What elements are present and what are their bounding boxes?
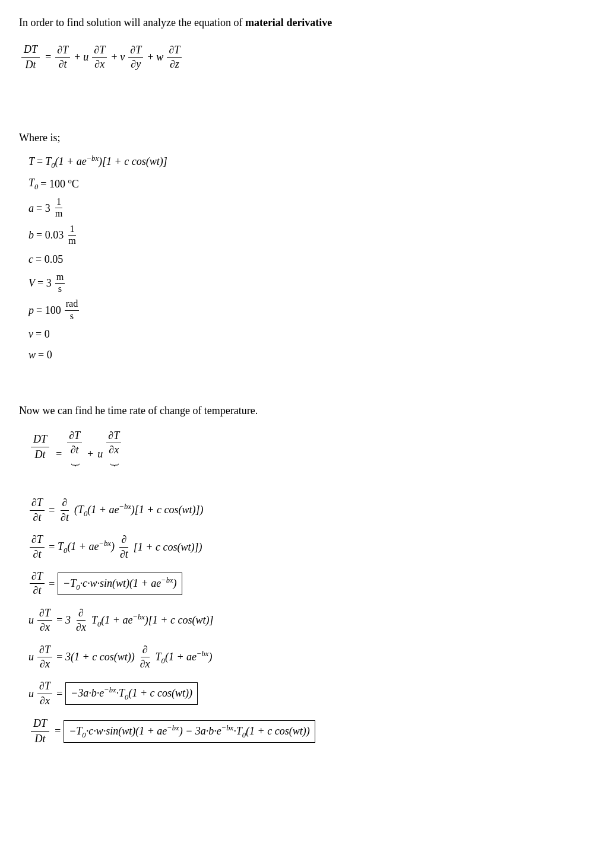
w-value-row: w = 0 — [28, 346, 570, 364]
partial-T-y-frac: ∂T ∂y — [128, 43, 143, 72]
u-partial-T-x-result: u ∂T ∂x = −3a·b·e−bx·T0(1 + c cos(wt)) — [28, 679, 570, 708]
partial-T-t-boxed: −T0·c·w·sin(wt)(1 + ae−bx) — [58, 573, 182, 595]
V-value-row: V = 3 m s — [28, 272, 570, 295]
underbrace-partial-t: ∂T ∂t ⏟ — [66, 429, 83, 463]
DT-Dt-frac: DT Dt — [21, 42, 40, 72]
partial-T-z-frac: ∂T ∂z — [167, 43, 182, 72]
b-value-row: b = 0.03 1 m — [28, 224, 570, 247]
underbrace-partial-x: ∂T ∂x ⏟ — [105, 429, 122, 463]
u-partial-T-x-eq2: u ∂T ∂x = 3(1 + c cos(wt)) ∂ ∂x T0(1 + a… — [28, 643, 570, 672]
partial-T-x-frac: ∂T ∂x — [92, 43, 107, 72]
p-value-row: p = 100 rad s — [28, 298, 570, 322]
DT-Dt-final-result: DT Dt = −T0·c·w·sin(wt)(1 + ae−bx) − 3a·… — [28, 716, 570, 746]
main-eq-underbrace: DT Dt = ∂T ∂t ⏟ + u ∂T ∂x ⏟ — [28, 429, 570, 463]
T-equation-row: T = T0(1 + ae−bx)[1 + c cos(wt)] — [28, 152, 570, 171]
material-derivative-equation: DT Dt = ∂T ∂t + u ∂T ∂x + v ∂T ∂y + w ∂T… — [19, 42, 570, 72]
variable-list: T = T0(1 + ae−bx)[1 + c cos(wt)] T0 = 10… — [28, 152, 570, 364]
u-partial-T-x-eq1: u ∂T ∂x = 3 ∂ ∂x T0(1 + ae−bx)[1 + c cos… — [28, 606, 570, 635]
material-derivative-label: material derivative — [245, 17, 332, 28]
page-content: In order to find solution will analyze t… — [19, 14, 570, 747]
intro-text: In order to find solution will analyze t… — [19, 17, 245, 28]
v-value-row: v = 0 — [28, 326, 570, 343]
partial-T-t-eq1: ∂T ∂t = ∂ ∂t (T0(1 + ae−bx)[1 + c cos(wt… — [28, 496, 570, 524]
u-partial-T-x-boxed: −3a·b·e−bx·T0(1 + c cos(wt)) — [65, 682, 198, 705]
partial-T-t-eq2: ∂T ∂t = T0(1 + ae−bx) ∂ ∂t [1 + c cos(wt… — [28, 533, 570, 561]
T0-value-row: T0 = 100 oC — [28, 174, 570, 193]
where-is-label: Where is; — [19, 129, 570, 147]
section-title: Now we can find he time rate of change o… — [19, 402, 570, 419]
DT-Dt-final-boxed: −T0·c·w·sin(wt)(1 + ae−bx) − 3a·b·e−bx·T… — [64, 720, 315, 743]
a-value-row: a = 3 1 m — [28, 196, 570, 220]
partial-T-t-result: ∂T ∂t = −T0·c·w·sin(wt)(1 + ae−bx) — [28, 570, 570, 598]
partial-T-t-frac: ∂T ∂t — [55, 43, 70, 72]
intro-line: In order to find solution will analyze t… — [19, 14, 570, 31]
c-value-row: c = 0.05 — [28, 251, 570, 268]
DT-Dt-frac2: DT Dt — [31, 432, 49, 462]
